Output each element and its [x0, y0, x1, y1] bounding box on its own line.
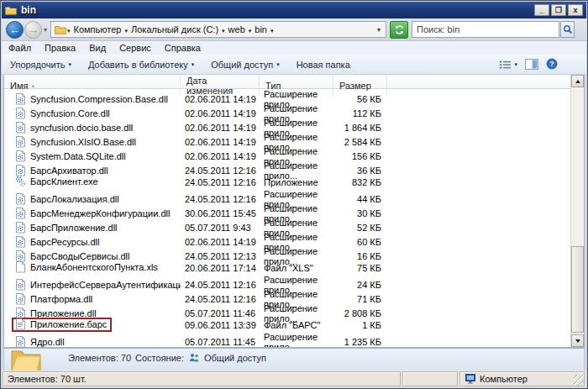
- table-row[interactable]: Приложение.dll05.07.2011 11:46Расширение…: [4, 303, 570, 318]
- breadcrumb-item[interactable]: bin: [252, 24, 270, 34]
- file-name-cell[interactable]: syncfusion.docio.base.dll: [12, 120, 138, 134]
- file-name-cell[interactable]: Syncfusion.Compression.Base.dll: [12, 92, 173, 106]
- file-name-cell[interactable]: Syncfusion.Core.dll: [12, 106, 115, 120]
- table-row[interactable]: syncfusion.docio.base.dll02.06.2011 14:1…: [4, 118, 570, 132]
- file-name-cell[interactable]: БарсЛокализация.dll: [12, 192, 124, 206]
- command-toolbar: Упорядочить▾Добавить в библиотеку▾Общий …: [2, 55, 586, 75]
- toolbar-item-3[interactable]: Новая папка: [297, 60, 350, 70]
- file-name-cell[interactable]: System.Data.SQLite.dll: [12, 149, 131, 163]
- file-date: 24.05.2011 12:13: [181, 251, 260, 261]
- status-bar: Элементов: 70 шт. Компьютер: [2, 371, 586, 387]
- status-location-label: Компьютер: [480, 374, 528, 384]
- chevron-down-icon: ▾: [276, 61, 280, 68]
- change-view-button[interactable]: ▾: [499, 60, 517, 70]
- back-button[interactable]: ←: [6, 21, 24, 39]
- forward-button[interactable]: →: [24, 21, 42, 39]
- address-dropdown-icon[interactable]: ▾: [377, 26, 382, 34]
- status-empty-cell: [402, 371, 458, 386]
- file-size: 16 КБ: [333, 251, 387, 261]
- scroll-down-button[interactable]: [571, 334, 584, 347]
- toolbar-item-0[interactable]: Упорядочить▾: [10, 60, 71, 70]
- file-name: БарсПриложение.dll: [30, 223, 118, 233]
- table-row[interactable]: БарсКлиент.exe24.05.2011 12:16Приложение…: [4, 175, 570, 189]
- nav-history-dropdown-icon[interactable]: ▾: [44, 26, 47, 34]
- file-name: Ядро.dll: [30, 337, 65, 347]
- chevron-down-icon: ▾: [192, 61, 195, 68]
- menu-item-2[interactable]: Вид: [82, 43, 113, 53]
- dll-icon: [15, 122, 26, 134]
- table-row[interactable]: System.Data.SQLite.dll02.06.2011 14:19Ра…: [4, 146, 570, 160]
- file-size: 2 808 КБ: [333, 308, 387, 318]
- file-name-cell[interactable]: Syncfusion.XlsIO.Base.dll: [12, 134, 141, 149]
- file-name: Платформа.dll: [30, 294, 92, 304]
- file-size: 112 КБ: [333, 108, 387, 118]
- dll-icon: [15, 279, 26, 291]
- search-input[interactable]: Поиск: bin: [412, 21, 559, 38]
- search-button[interactable]: [560, 21, 575, 38]
- file-size: 24 КБ: [333, 280, 387, 290]
- table-row[interactable]: Ядро.dll05.07.2011 11:45Расширение прило…: [4, 332, 570, 346]
- window-title: bin: [21, 4, 36, 16]
- search-placeholder: Поиск: bin: [417, 24, 459, 34]
- table-row[interactable]: ИнтерфейсСервераАутентификации.dll24.05.…: [4, 275, 570, 289]
- file-name: syncfusion.docio.base.dll: [30, 123, 133, 133]
- file-name-cell[interactable]: БарсПриложение.dll: [12, 220, 123, 234]
- table-row[interactable]: Syncfusion.Compression.Base.dll02.06.201…: [4, 89, 570, 103]
- file-size: 75 КБ: [333, 263, 387, 273]
- menu-bar: ФайлПравкаВидСервисСправка: [2, 41, 586, 55]
- table-row[interactable]: БарсПриложение.dll05.07.2011 9:43Расшире…: [4, 218, 570, 232]
- file-date: 02.06.2011 14:19: [181, 151, 260, 161]
- dll-icon: [15, 193, 26, 205]
- folder-icon: [5, 4, 17, 16]
- file-date: 02.06.2011 14:19: [181, 237, 260, 247]
- table-row[interactable]: Платформа.dll24.05.2011 12:16Расширение …: [4, 289, 570, 303]
- minimize-button[interactable]: _: [534, 4, 549, 16]
- close-button[interactable]: x: [568, 4, 583, 16]
- breadcrumb-item[interactable]: web: [226, 24, 248, 34]
- file-name-cell[interactable]: БарсКлиент.exe: [12, 175, 103, 189]
- file-name-cell[interactable]: ИнтерфейсСервераАутентификации.dll: [12, 277, 181, 292]
- breadcrumb-item[interactable]: Локальный диск (C:): [129, 24, 221, 34]
- file-date: 09.06.2011 13:39: [181, 320, 260, 330]
- toolbar-item-1[interactable]: Добавить в библиотеку▾: [88, 60, 194, 70]
- file-name-cell[interactable]: БарсРесурсы.dll: [12, 234, 104, 249]
- highlighted-file[interactable]: Приложение.барс: [12, 318, 112, 332]
- table-row[interactable]: Syncfusion.XlsIO.Base.dll02.06.2011 14:1…: [4, 132, 570, 146]
- table-row[interactable]: БарсСводыСервисы.dll24.05.2011 12:13Расш…: [4, 246, 570, 260]
- menu-item-3[interactable]: Сервис: [113, 43, 158, 53]
- file-name-cell[interactable]: БланкАбонентскогоПункта.xls: [12, 260, 163, 275]
- file-name-cell[interactable]: Платформа.dll: [12, 292, 97, 306]
- table-row[interactable]: БарсАрхиватор.dll24.05.2011 12:16Расшире…: [4, 160, 570, 175]
- file-date: 24.05.2011 12:16: [181, 280, 260, 290]
- scroll-up-button[interactable]: [571, 75, 584, 87]
- title-bar[interactable]: bin _ ❐ x: [2, 2, 586, 18]
- file-name-cell[interactable]: БарсМенеджерКонфигурации.dll: [12, 206, 175, 220]
- maximize-button[interactable]: ❐: [551, 4, 566, 16]
- breadcrumb[interactable]: ▾Компьютер▾Локальный диск (C:)▾web▾bin▾ …: [50, 21, 386, 38]
- file-date: 02.06.2011 14:19: [181, 94, 260, 104]
- preview-pane-button[interactable]: [525, 59, 538, 71]
- menu-item-1[interactable]: Правка: [38, 43, 82, 53]
- table-row[interactable]: БланкАбонентскогоПункта.xls20.06.2011 17…: [4, 260, 570, 275]
- file-date: 05.07.2011 11:45: [181, 337, 260, 347]
- dll-icon: [15, 236, 26, 248]
- file-size: 832 КБ: [333, 177, 387, 187]
- toolbar-item-2[interactable]: Общий доступ▾: [211, 60, 279, 70]
- table-row[interactable]: Приложение.барс09.06.2011 13:39Файл "БАР…: [4, 318, 570, 332]
- refresh-button[interactable]: [390, 21, 408, 39]
- file-size: 44 КБ: [333, 194, 387, 204]
- menu-item-4[interactable]: Справка: [158, 43, 207, 53]
- menu-item-0[interactable]: Файл: [2, 43, 38, 53]
- scrollbar-thumb[interactable]: [571, 246, 584, 333]
- table-row[interactable]: Syncfusion.Core.dll02.06.2011 14:19Расши…: [4, 103, 570, 118]
- breadcrumb-item[interactable]: Компьютер: [71, 24, 124, 34]
- file-name: ИнтерфейсСервераАутентификации.dll: [30, 280, 181, 290]
- file-name: Syncfusion.Core.dll: [30, 108, 110, 118]
- file-size: 36 КБ: [333, 166, 387, 176]
- table-row[interactable]: БарсРесурсы.dll02.06.2011 14:19Расширени…: [4, 232, 570, 246]
- vertical-scrollbar[interactable]: [570, 75, 584, 347]
- help-button[interactable]: ?: [546, 58, 558, 71]
- resize-grip[interactable]: [573, 375, 584, 386]
- table-row[interactable]: БарсЛокализация.dll24.05.2011 12:16Расши…: [4, 189, 570, 203]
- table-row[interactable]: БарсМенеджерКонфигурации.dll30.06.2011 1…: [4, 203, 570, 218]
